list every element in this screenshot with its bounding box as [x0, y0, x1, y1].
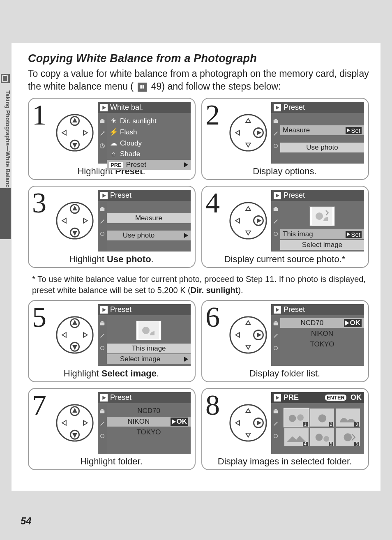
svg-rect-20	[274, 120, 278, 123]
step-caption: Highlight Use photo.	[32, 254, 191, 265]
svg-rect-88	[274, 409, 277, 411]
camera-screen: Preset This image	[98, 304, 191, 366]
play-icon	[100, 104, 108, 111]
chevron-right-icon	[184, 357, 188, 362]
folder-item: NCD70	[107, 406, 191, 416]
camera-screen: PRE ENTER OK 1 2 3 4	[271, 392, 364, 454]
camera-screen: Preset NCD70 OK NIKON TOKYO	[271, 304, 364, 366]
camera-screen: Preset This imag Set	[271, 190, 364, 252]
svg-point-89	[274, 434, 278, 438]
svg-point-56	[101, 346, 104, 350]
svg-point-33	[101, 232, 104, 236]
menu-item-this-image: This imag Set	[280, 229, 364, 239]
step-number: 7	[32, 392, 52, 454]
svg-rect-31	[100, 208, 105, 211]
svg-marker-53	[102, 308, 106, 312]
section-title: Copying White Balance from a Photograph	[28, 52, 369, 65]
camera-screen: Preset Measure Set Use photo	[271, 102, 364, 164]
enter-badge: ENTER	[325, 395, 346, 401]
svg-point-68	[274, 346, 278, 350]
step-panel-3: 3 Preset	[28, 186, 196, 268]
svg-rect-32	[101, 207, 103, 208]
menu-item-preset: PRE Preset	[107, 160, 191, 170]
step-number: 4	[205, 190, 225, 252]
menu-item-use-photo: Use photo	[107, 231, 191, 240]
svg-marker-9	[102, 106, 106, 110]
menu-item-measure: Measure Set	[280, 125, 364, 135]
svg-point-98	[315, 434, 323, 441]
step-caption: Display options.	[205, 166, 364, 177]
svg-rect-54	[100, 322, 105, 325]
menu-item-this-image: This image	[107, 344, 191, 353]
chevron-right-icon	[184, 162, 188, 167]
page-number: 54	[21, 515, 32, 527]
dpad-right-icon	[228, 190, 268, 252]
svg-marker-76	[102, 396, 106, 400]
dpad-updown-icon	[55, 304, 95, 366]
manual-page: Copying White Balance from a Photograph …	[12, 43, 380, 491]
folder-item: NIKON OK	[107, 417, 191, 427]
folder-item: NCD70 OK	[280, 318, 364, 328]
svg-rect-66	[274, 322, 278, 325]
svg-point-58	[142, 327, 150, 334]
thumbnail-grid: 1 2 3 4 5 6	[282, 406, 362, 449]
folder-item: TOKYO	[280, 339, 364, 349]
dpad-updown-icon	[55, 392, 95, 454]
svg-marker-40	[276, 194, 279, 198]
folder-item: NIKON	[280, 329, 364, 339]
svg-rect-77	[100, 410, 105, 413]
svg-point-94	[318, 414, 326, 422]
step-number: 8	[205, 392, 225, 454]
dpad-updown-icon	[55, 102, 95, 164]
step-number: 6	[205, 304, 225, 366]
camera-screen: White bal. ☀Dir. sunlight ⚡Flash ☁Cloudy…	[98, 102, 191, 164]
dpad-right-icon	[228, 392, 268, 454]
step-panel-5: 5 Preset	[28, 300, 196, 382]
step-panel-1: 1 White bal.	[28, 98, 196, 180]
step-caption: Highlight Select image.	[32, 368, 191, 379]
svg-marker-86	[276, 396, 279, 400]
svg-point-43	[274, 232, 278, 236]
step-number: 5	[32, 304, 52, 366]
svg-marker-19	[276, 106, 279, 110]
dpad-right-icon	[228, 304, 268, 366]
svg-rect-41	[274, 208, 278, 211]
intro-text: To copy a value for white balance from a…	[28, 67, 369, 93]
dpad-right-icon	[228, 102, 268, 164]
book-icon	[138, 83, 147, 92]
footnote: * To use white balance value for current…	[28, 272, 369, 300]
step-number: 3	[32, 190, 52, 252]
svg-marker-65	[276, 308, 279, 312]
dpad-updown-icon	[55, 190, 95, 252]
step-caption: Display current source photo.*	[205, 254, 364, 265]
step-caption: Highlight folder.	[32, 456, 191, 467]
svg-rect-55	[101, 321, 103, 323]
menu-item-select-image: Select image	[280, 240, 364, 250]
svg-point-79	[101, 434, 104, 438]
step-caption: Display folder list.	[205, 368, 364, 379]
svg-rect-21	[274, 119, 277, 120]
svg-text:Taking Photographs—White Balan: Taking Photographs—White Balance	[5, 90, 11, 191]
svg-rect-10	[100, 120, 105, 123]
svg-marker-30	[102, 194, 106, 198]
step-panel-7: 7 Preset	[28, 388, 196, 470]
menu-tabs	[98, 114, 107, 164]
menu-item-measure: Measure	[107, 213, 191, 223]
menu-item-select-image: Select image	[107, 354, 191, 364]
folder-item: TOKYO	[107, 427, 191, 437]
svg-rect-78	[101, 409, 103, 411]
camera-screen: Preset NCD70 NIKON OK TOKYO	[98, 392, 191, 454]
menu-item-use-photo: Use photo	[280, 143, 364, 152]
svg-point-92	[297, 414, 304, 421]
svg-point-101	[344, 433, 352, 441]
step-panel-8: 8 PRE ENTER O	[201, 388, 369, 470]
svg-point-22	[274, 144, 278, 148]
step-panel-2: 2 Preset	[201, 98, 369, 180]
svg-point-45	[316, 212, 323, 220]
camera-screen: Preset Measure Use photo	[98, 190, 191, 252]
svg-rect-67	[274, 321, 277, 323]
svg-point-99	[323, 436, 329, 442]
thumbnail-photo	[309, 206, 335, 226]
step-number: 1	[32, 102, 52, 164]
chevron-right-icon	[184, 233, 188, 238]
